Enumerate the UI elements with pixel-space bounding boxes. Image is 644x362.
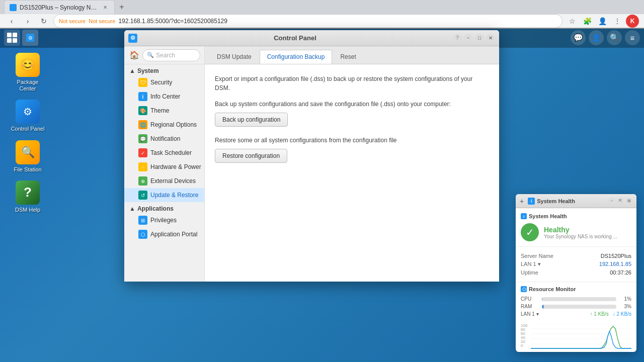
sh-server-name-val: DS1520Plus [601,253,631,259]
control-panel-taskbar-icon: ⚙ [26,34,34,42]
sh-server-name-row: Server Name DS1520Plus [521,252,631,260]
tab-title: DS1520Plus – Synology NAS [20,4,98,11]
synology-logo-icon [7,32,18,43]
sidebar-item-external-devices[interactable]: ⊕ External Devices [124,174,204,188]
task-scheduler-icon: ✓ [138,148,147,157]
cp-search-box[interactable]: 🔍 Search [142,49,200,61]
sidebar-item-privileges[interactable]: ⊞ Privileges [124,213,204,227]
search-button[interactable]: 🔍 [607,30,622,45]
sh-upload-speed: ↑ 1 KB/s [590,311,609,317]
sidebar-section-system[interactable]: ▲ System [124,64,204,75]
sh-healthy-label: Healthy [544,226,617,234]
browser-toolbar: ‹ › ↻ Not secure Not secure 192.168.1.85… [0,14,644,29]
browser-tabs: DS1520Plus – Synology NAS ✕ + [0,0,644,14]
cp-backup-section: Back up system configurations and save t… [215,101,489,127]
backup-configuration-button[interactable]: Back up configuration [215,113,288,127]
cp-minimize-button[interactable]: − [464,34,473,43]
cp-logo-icon: ⚙ [128,34,137,43]
sh-health-status: ✓ Healthy Your Synology NAS is working .… [521,223,631,241]
sidebar-item-regional-options[interactable]: 🌐 Regional Options [124,118,204,132]
sh-minimize-button[interactable]: − [608,198,615,205]
bookmark-icon[interactable]: ☆ [566,15,579,28]
package-center-label: PackageCenter [17,79,39,92]
address-bar[interactable]: Not secure Not secure 192.168.1.85:5000/… [53,14,562,28]
control-panel-window: ⚙ Control Panel ? − □ ✕ 🏠 🔍 Search [124,30,499,282]
forward-button[interactable]: › [21,15,34,28]
new-tab-button[interactable]: + [115,0,129,14]
sh-health-section: i System Health ✓ Healthy Your Synology … [516,208,636,247]
sidebar-item-update-restore[interactable]: ↺ Update & Restore [124,188,204,202]
account-icon[interactable]: 👤 [596,15,609,28]
sh-add-icon[interactable]: + [520,197,524,205]
external-devices-label: External Devices [150,177,196,185]
tab-dsm-update[interactable]: DSM Update [210,50,259,64]
package-center-icon[interactable]: 😊 PackageCenter [10,53,45,92]
extensions-icon[interactable]: 🧩 [581,15,594,28]
privileges-icon: ⊞ [138,216,147,225]
back-button[interactable]: ‹ [5,15,18,28]
cp-title-left: ⚙ [128,34,137,43]
address-url: 192.168.1.85:5000/?dc=1602520085129 [118,18,557,25]
sidebar-item-info-center[interactable]: i Info Center [124,89,204,104]
control-panel-icon[interactable]: ⚙ Control Panel [10,100,45,132]
notification-label: Notification [150,135,180,142]
reload-button[interactable]: ↻ [37,15,50,28]
cp-restore-section: Restore some or all system configuration… [215,137,489,163]
taskbar-main-button[interactable] [4,30,20,46]
tab-reset[interactable]: Reset [333,50,363,64]
settings-icon[interactable]: ⋮ [611,15,624,28]
regional-options-icon: 🌐 [138,120,147,129]
update-restore-icon: ↺ [138,191,147,200]
sh-cpu-label: CPU [521,296,539,302]
sh-title-text: System Health [537,198,606,204]
cp-help-button[interactable]: ? [453,34,462,43]
application-portal-icon: ⬡ [138,230,147,239]
browser-chrome: DS1520Plus – Synology NAS ✕ + ‹ › ↻ Not … [0,0,644,28]
sh-chart-svg [531,324,631,349]
active-tab[interactable]: DS1520Plus – Synology NAS ✕ [4,0,115,14]
control-panel-img: ⚙ [16,100,40,124]
sh-cpu-bar [542,297,542,301]
file-station-img: 🔍 [16,140,40,164]
security-label: Security [150,79,172,86]
hardware-power-icon: ⚡ [138,162,147,171]
applications-label: Applications [137,205,174,212]
sidebar-item-theme[interactable]: 🎨 Theme [124,104,204,118]
profile-avatar[interactable]: K [626,15,639,28]
sidebar-section-applications[interactable]: ▲ Applications [124,202,204,213]
task-scheduler-label: Task Scheduler [150,149,192,156]
chat-button[interactable]: 💬 [571,30,586,45]
dsm-help-icon[interactable]: ? DSM Help [10,180,45,213]
sidebar-item-notification[interactable]: 💬 Notification [124,132,204,146]
hardware-power-label: Hardware & Power [150,163,201,170]
sh-resource-icon: ⬡ [521,286,527,292]
restore-configuration-button[interactable]: Restore configuration [215,149,287,163]
sidebar-item-security[interactable]: 🛡 Security [124,75,204,89]
cp-maximize-button[interactable]: □ [475,34,484,43]
menu-button[interactable]: ≡ [625,30,640,45]
info-center-icon: i [138,92,147,101]
user-button[interactable]: 👤 [589,30,604,45]
sh-detach-button[interactable]: ⇱ [617,198,624,205]
tab-configuration-backup-label: Configuration Backup [267,53,325,60]
tab-configuration-backup[interactable]: Configuration Backup [260,50,333,64]
cp-close-button[interactable]: ✕ [486,34,495,43]
taskbar-control-panel[interactable]: ⚙ [22,30,38,46]
sh-ram-bar-bg [542,305,616,309]
file-station-icon[interactable]: 🔍 File Station [10,140,45,173]
dsm-help-label: DSM Help [15,207,40,213]
sidebar-item-application-portal[interactable]: ⬡ Application Portal [124,227,204,241]
cp-backup-desc: Back up system configurations and save t… [215,101,489,108]
sh-resource-label: Resource Monitor [529,286,576,292]
search-placeholder: Search [156,52,175,59]
sh-title-icon: i [528,198,535,205]
svg-rect-1 [13,33,17,37]
sidebar-item-hardware-power[interactable]: ⚡ Hardware & Power [124,160,204,174]
cp-home-button[interactable]: 🏠 [128,49,140,61]
tab-close-button[interactable]: ✕ [101,4,109,12]
cp-content: Export or import a configuration file (.… [205,64,499,282]
security-icon: 🛡 [138,78,147,87]
sh-cpu-bar-bg [542,297,616,301]
sidebar-item-task-scheduler[interactable]: ✓ Task Scheduler [124,146,204,160]
sh-close-button[interactable]: ⊞ [625,198,632,205]
